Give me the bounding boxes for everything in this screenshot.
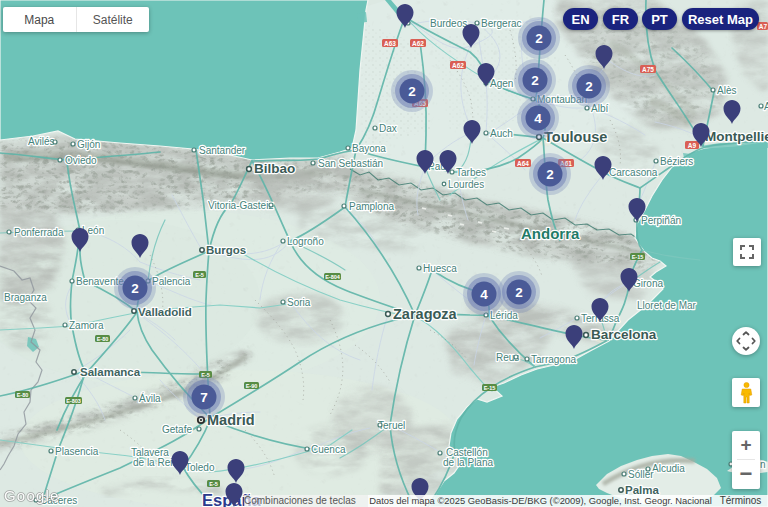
- svg-text:E-5: E-5: [209, 481, 218, 487]
- svg-text:A7: A7: [759, 23, 768, 30]
- svg-text:Bayona: Bayona: [352, 143, 386, 154]
- svg-text:Carcasona: Carcasona: [609, 167, 658, 178]
- svg-text:Zamora: Zamora: [69, 320, 104, 331]
- svg-text:Valladolid: Valladolid: [138, 306, 192, 318]
- svg-text:Béziers: Béziers: [660, 156, 693, 167]
- svg-text:Santander: Santander: [199, 145, 246, 156]
- svg-text:2: 2: [408, 84, 416, 99]
- svg-text:Tarbes: Tarbes: [456, 167, 486, 178]
- svg-text:Lourdes: Lourdes: [448, 179, 484, 190]
- svg-text:Avilés: Avilés: [28, 136, 55, 147]
- svg-text:2: 2: [546, 167, 554, 182]
- svg-text:A62: A62: [452, 62, 464, 69]
- svg-text:Getafe: Getafe: [162, 424, 192, 435]
- svg-text:2: 2: [131, 281, 139, 296]
- svg-text:Auch: Auch: [490, 128, 513, 139]
- svg-text:Gijón: Gijón: [77, 139, 100, 150]
- svg-text:Alcudia: Alcudia: [652, 463, 685, 474]
- svg-text:2: 2: [531, 73, 539, 88]
- svg-text:E-15: E-15: [632, 254, 644, 260]
- svg-text:Ponferrada: Ponferrada: [14, 227, 64, 238]
- svg-text:Bergerac: Bergerac: [481, 18, 522, 29]
- svg-text:de la Plana: de la Plana: [443, 457, 493, 468]
- svg-text:7: 7: [200, 390, 208, 405]
- svg-text:E-5: E-5: [195, 272, 204, 278]
- svg-text:E-80: E-80: [17, 392, 29, 398]
- svg-text:Agen: Agen: [490, 78, 513, 89]
- svg-text:Plasencia: Plasencia: [55, 446, 99, 457]
- svg-text:Burgos: Burgos: [206, 244, 246, 256]
- svg-text:Lloret de Mar: Lloret de Mar: [637, 300, 697, 311]
- svg-text:Oviedo: Oviedo: [65, 155, 97, 166]
- svg-text:Tarragona: Tarragona: [531, 354, 576, 365]
- svg-text:Barcelona: Barcelona: [591, 327, 657, 342]
- svg-text:4: 4: [480, 287, 488, 302]
- svg-text:Alès: Alès: [717, 85, 736, 96]
- svg-text:A64: A64: [517, 160, 529, 167]
- svg-text:Braganza: Braganza: [4, 292, 47, 303]
- svg-text:A75: A75: [642, 66, 654, 73]
- svg-text:2: 2: [515, 285, 523, 300]
- svg-text:E-803: E-803: [66, 398, 81, 404]
- svg-text:E-804: E-804: [325, 274, 341, 280]
- svg-text:2: 2: [585, 79, 593, 94]
- svg-text:Perpiñán: Perpiñán: [641, 215, 681, 226]
- svg-text:Pamplona: Pamplona: [349, 201, 394, 212]
- svg-text:Montpellier: Montpellier: [705, 129, 768, 144]
- svg-text:Girona: Girona: [633, 278, 663, 289]
- svg-text:E-90: E-90: [246, 383, 258, 389]
- svg-text:San Sebastián: San Sebastián: [318, 158, 383, 169]
- svg-text:4: 4: [534, 111, 542, 126]
- svg-text:Vitoria-Gasteiz: Vitoria-Gasteiz: [208, 200, 273, 211]
- svg-text:Sóller: Sóller: [628, 469, 654, 480]
- svg-text:Zaragoza: Zaragoza: [393, 306, 458, 322]
- svg-text:E-15: E-15: [484, 385, 496, 391]
- svg-text:Logroño: Logroño: [287, 236, 324, 247]
- svg-text:Salamanca: Salamanca: [80, 366, 141, 378]
- svg-text:A9: A9: [688, 142, 697, 149]
- svg-text:2: 2: [535, 31, 543, 46]
- svg-text:E-80: E-80: [97, 336, 109, 342]
- svg-text:Andorra: Andorra: [521, 225, 580, 242]
- svg-text:A63: A63: [384, 40, 396, 47]
- svg-text:Bilbao: Bilbao: [254, 161, 295, 176]
- svg-text:Cuenca: Cuenca: [311, 444, 346, 455]
- svg-text:Ávila: Ávila: [139, 392, 161, 404]
- svg-text:Huesca: Huesca: [423, 263, 457, 274]
- svg-text:Palencia: Palencia: [152, 276, 191, 287]
- svg-text:Burdeos: Burdeos: [430, 18, 467, 29]
- svg-text:Toledo: Toledo: [185, 462, 215, 473]
- svg-text:A62: A62: [412, 40, 424, 47]
- svg-text:Aviñón: Aviñón: [764, 101, 768, 112]
- svg-text:Dax: Dax: [379, 123, 397, 134]
- svg-text:Soria: Soria: [287, 297, 311, 308]
